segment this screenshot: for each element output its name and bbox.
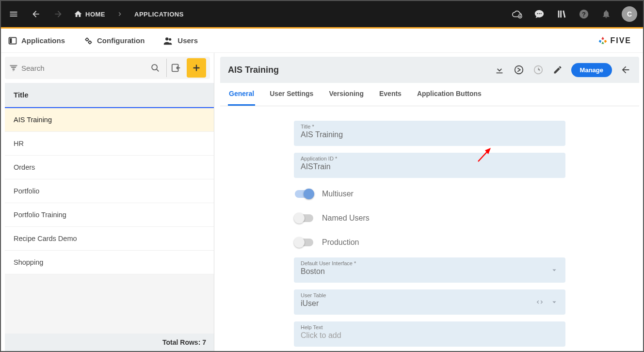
breadcrumb-applications[interactable]: APPLICATIONS — [134, 11, 184, 18]
toggle-multiuser-label: Multiuser — [322, 190, 354, 198]
svg-point-10 — [165, 37, 168, 40]
detail-header: AIS Training Manage — [220, 57, 639, 83]
search-icon[interactable] — [146, 59, 164, 77]
tab-general[interactable]: General — [228, 83, 255, 106]
field-user-table-value: iUser — [301, 299, 319, 307]
field-default-ui-label: Default User Interface * — [301, 260, 559, 266]
svg-rect-7 — [10, 38, 12, 43]
secnav-configuration[interactable]: Configuration — [83, 36, 145, 46]
breadcrumb-home[interactable]: HOME — [74, 10, 105, 18]
cloud-icon[interactable] — [510, 7, 524, 21]
code-icon[interactable] — [535, 298, 544, 306]
bell-icon[interactable] — [599, 7, 613, 21]
users-icon — [163, 35, 174, 46]
back-arrow-icon[interactable] — [620, 64, 631, 76]
edit-icon[interactable] — [552, 64, 564, 76]
menu-icon[interactable] — [7, 7, 20, 21]
home-icon — [74, 10, 82, 18]
toggle-multiuser-row: Multiuser — [294, 185, 565, 209]
field-help-text-placeholder: Click to add — [301, 331, 341, 339]
secnav-applications[interactable]: Applications — [8, 36, 65, 46]
gears-icon — [83, 36, 93, 46]
svg-text:?: ? — [582, 11, 586, 18]
import-icon[interactable] — [166, 59, 185, 77]
detail-pane: AIS Training Manage — [214, 53, 643, 351]
field-app-id[interactable]: Application ID * AISTrain — [294, 153, 565, 178]
list-footer: Total Rows: 7 — [5, 334, 214, 351]
help-icon[interactable]: ? — [577, 7, 591, 21]
secnav-applications-label: Applications — [21, 36, 65, 45]
toggle-named-users-label: Named Users — [322, 214, 370, 223]
field-app-id-label: Application ID * — [301, 156, 559, 161]
list-item[interactable]: Recipe Cards Demo — [5, 227, 214, 251]
svg-point-12 — [152, 64, 157, 70]
breadcrumb-applications-label: APPLICATIONS — [134, 11, 184, 18]
breadcrumb-home-label: HOME — [85, 11, 105, 18]
tab-events[interactable]: Events — [378, 83, 402, 106]
chevron-down-icon[interactable] — [550, 266, 559, 274]
toggle-multiuser[interactable] — [295, 190, 313, 198]
list-item[interactable]: Portfolio Training — [5, 203, 214, 227]
form-scroll[interactable]: Title * AIS Training Application ID * AI… — [220, 106, 639, 351]
list-item[interactable]: Portfolio — [5, 179, 214, 203]
secnav-configuration-label: Configuration — [97, 36, 145, 45]
detail-title: AIS Training — [228, 65, 279, 75]
download-icon[interactable] — [494, 64, 505, 76]
svg-point-3 — [541, 13, 542, 14]
list-item[interactable]: Shopping — [5, 251, 214, 274]
toggle-named-users[interactable] — [295, 214, 313, 222]
manage-button[interactable]: Manage — [571, 63, 612, 77]
toggle-production-row: Production — [294, 233, 565, 257]
app-list: AIS Training HR Orders Portfolio Portfol… — [5, 107, 214, 334]
svg-point-8 — [86, 38, 88, 41]
tab-user-settings[interactable]: User Settings — [269, 83, 314, 106]
searchbar — [5, 57, 210, 79]
panel-icon — [8, 36, 17, 46]
tabs: General User Settings Versioning Events … — [220, 83, 639, 106]
chevron-down-icon[interactable] — [550, 298, 559, 306]
tab-versioning[interactable]: Versioning — [328, 83, 365, 106]
logo: FIVE — [597, 35, 636, 46]
avatar[interactable]: C — [622, 6, 637, 22]
list-item[interactable]: AIS Training — [5, 107, 214, 132]
field-help-text[interactable]: Help Text Click to add — [294, 321, 565, 347]
nav-back-icon[interactable] — [29, 7, 43, 21]
sidebar: Title AIS Training HR Orders Portfolio P… — [1, 53, 214, 351]
deploy-icon[interactable] — [513, 64, 525, 76]
add-button[interactable] — [187, 58, 206, 78]
chat-icon[interactable] — [532, 7, 546, 21]
footer-count: 7 — [202, 338, 206, 346]
svg-point-9 — [89, 41, 91, 43]
breadcrumb-sep — [116, 10, 124, 18]
field-default-ui[interactable]: Default User Interface * Boston — [294, 257, 565, 283]
secnav: Applications Configuration Users FIVE — [1, 29, 643, 53]
footer-label: Total Rows: — [162, 338, 200, 346]
main: Title AIS Training HR Orders Portfolio P… — [1, 53, 643, 351]
search-input[interactable] — [18, 64, 146, 72]
toggle-named-users-row: Named Users — [294, 209, 565, 233]
secnav-users[interactable]: Users — [163, 35, 198, 46]
svg-point-1 — [537, 13, 538, 14]
svg-point-11 — [169, 38, 171, 40]
avatar-initial: C — [627, 10, 632, 18]
logo-icon — [597, 35, 608, 46]
field-default-ui-value: Boston — [301, 267, 325, 275]
field-app-id-value: AISTrain — [301, 162, 331, 171]
filter-icon[interactable] — [9, 63, 18, 73]
svg-point-14 — [515, 66, 523, 74]
list-item[interactable]: HR — [5, 132, 214, 156]
toggle-production[interactable] — [295, 239, 313, 246]
logo-text: FIVE — [610, 36, 631, 45]
secnav-users-label: Users — [177, 36, 198, 45]
column-header-title[interactable]: Title — [5, 83, 214, 107]
field-title[interactable]: Title * AIS Training — [294, 121, 565, 146]
list-item[interactable]: Orders — [5, 156, 214, 179]
tab-application-buttons[interactable]: Application Buttons — [416, 83, 483, 106]
svg-point-2 — [539, 13, 540, 14]
library-icon[interactable] — [555, 7, 568, 21]
history-icon[interactable] — [532, 64, 544, 76]
field-user-table[interactable]: User Table iUser — [294, 289, 565, 315]
toggle-production-label: Production — [322, 238, 359, 247]
field-help-text-label: Help Text — [301, 324, 559, 330]
field-title-value: AIS Training — [301, 130, 343, 139]
